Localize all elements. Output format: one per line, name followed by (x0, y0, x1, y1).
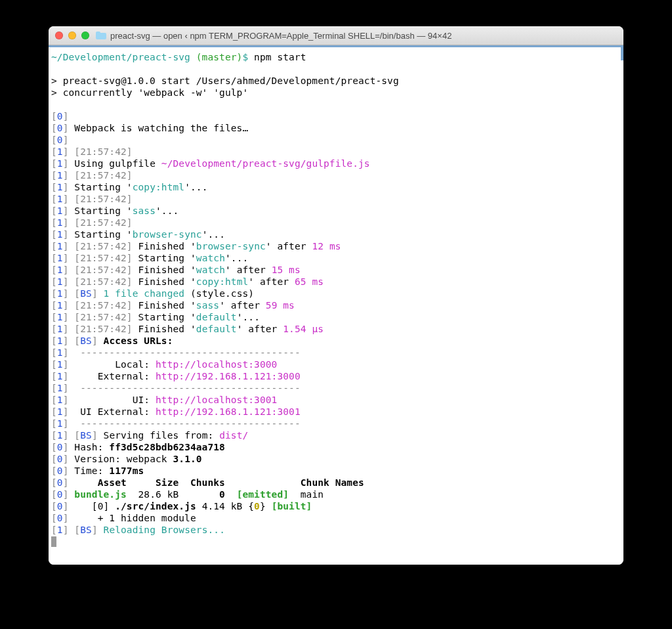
pfx-1: 1 (57, 217, 63, 228)
pfx-1: 1 (57, 194, 63, 204)
gulp-dots: '... (156, 206, 178, 216)
webpack-module-idx: [0] (74, 501, 115, 511)
timestamp: [21:57:42] (74, 170, 132, 181)
pfx: [ (51, 442, 57, 452)
pfx: ] (63, 477, 75, 488)
pfx: ] (63, 406, 75, 417)
gulp-after: ' after (237, 324, 284, 334)
pfx: [ (51, 489, 57, 500)
webpack-version: 3.1.0 (173, 454, 201, 464)
terminal-content[interactable]: ~/Development/preact-svg (master)$ npm s… (49, 45, 623, 565)
pfx: ] (63, 135, 75, 145)
gulp-starting: Starting ' (138, 253, 196, 263)
bs-label: BS (80, 288, 92, 299)
pfx: ] (63, 265, 75, 275)
bs-label: BS (80, 525, 92, 535)
divider: -------------------------------------- (74, 347, 300, 358)
pfx-1: 1 (57, 336, 63, 346)
divider: -------------------------------------- (74, 418, 300, 429)
window-titlebar[interactable]: preact-svg — open ‹ npm TERM_PROGRAM=App… (49, 26, 623, 45)
pfx: [ (51, 477, 57, 488)
gulp-time: 12 ms (312, 241, 341, 251)
bs-file-name: (style.css) (184, 288, 254, 299)
pfx: [ (51, 229, 57, 240)
bs-label: BS (80, 336, 92, 346)
pfx: ] (63, 336, 75, 346)
pfx-0: 0 (57, 111, 63, 121)
pfx: [ (51, 300, 57, 311)
timestamp: [21:57:42] (74, 265, 132, 275)
webpack-module-size: 4.14 kB { (196, 501, 254, 511)
pfx-1: 1 (57, 418, 63, 429)
webpack-asset-size: 28.6 kB (127, 489, 219, 500)
webpack-emitted: [emitted] (237, 489, 289, 500)
gulp-task: watch (196, 265, 225, 275)
gulp-task: default (196, 324, 237, 334)
pfx: ] (63, 229, 75, 240)
timestamp: [21:57:42] (74, 312, 132, 322)
pfx: [ (51, 347, 57, 358)
pfx-0: 0 (57, 513, 63, 523)
pfx: ] (63, 383, 75, 393)
pfx-1: 1 (57, 241, 63, 251)
pfx: ] (63, 123, 75, 133)
pfx: ] (63, 182, 75, 192)
gulp-time: 1.54 μs (283, 324, 324, 334)
bs-bracket: [ (74, 288, 80, 299)
gulp-task: browser-sync (196, 241, 266, 251)
minimize-icon[interactable] (68, 32, 76, 39)
pfx: ] (63, 418, 75, 429)
timestamp: [21:57:42] (74, 276, 132, 287)
pfx-1: 1 (57, 406, 63, 417)
prompt-path: ~/Development/preact-svg (51, 52, 196, 62)
pfx: [ (51, 395, 57, 405)
pfx-1: 1 (57, 265, 63, 275)
bs-local-label: Local: (74, 359, 156, 370)
bs-access-urls: Access URLs: (104, 336, 173, 346)
pfx: ] (63, 371, 75, 381)
pfx: [ (51, 513, 57, 523)
bs-ui-external-label: UI External: (74, 406, 156, 417)
gulp-using: Using gulpfile (74, 158, 161, 169)
pfx-1: 1 (57, 182, 63, 192)
folder-icon (96, 32, 106, 39)
close-icon[interactable] (55, 32, 63, 39)
webpack-module-chunk: 0 (254, 501, 260, 511)
gulp-dots: '... (202, 229, 225, 240)
pfx: [ (51, 525, 57, 535)
command: npm start (254, 52, 306, 62)
pfx: ] (63, 253, 75, 263)
zoom-icon[interactable] (81, 32, 89, 39)
pfx-0: 0 (57, 489, 63, 500)
bs-external-url: http://192.168.1.121:3000 (156, 371, 301, 381)
webpack-time-label: Time: (74, 466, 109, 476)
webpack-asset: bundle.js (74, 489, 126, 500)
webpack-chunk-name: main (289, 489, 324, 500)
gulp-dots: '... (225, 253, 248, 263)
pfx-1: 1 (57, 253, 63, 263)
gulp-finished: Finished ' (138, 300, 196, 311)
bs-bracket: ] (92, 336, 104, 346)
pfx: ] (63, 312, 75, 322)
pfx: ] (63, 466, 75, 476)
scrollbar[interactable] (621, 47, 623, 60)
pfx: ] (63, 501, 75, 511)
bs-bracket: [ (74, 430, 80, 441)
gulp-starting: Starting ' (74, 206, 132, 216)
gulp-after: ' after (219, 300, 266, 311)
bs-bracket: ] (92, 430, 104, 441)
pfx-1: 1 (57, 525, 63, 535)
gulp-after: ' after (225, 265, 272, 275)
pfx-1: 1 (57, 347, 63, 358)
pfx-0: 0 (57, 466, 63, 476)
gulp-finished: Finished ' (138, 265, 196, 275)
pfx: [ (51, 182, 57, 192)
pfx: ] (63, 300, 75, 311)
pfx: [ (51, 111, 57, 121)
gulp-starting: Starting ' (138, 312, 196, 322)
pfx: ] (63, 359, 75, 370)
bs-ui-url: http://localhost:3001 (156, 395, 277, 405)
pfx: [ (51, 146, 57, 157)
cursor-icon (51, 536, 56, 547)
pfx: [ (51, 194, 57, 204)
